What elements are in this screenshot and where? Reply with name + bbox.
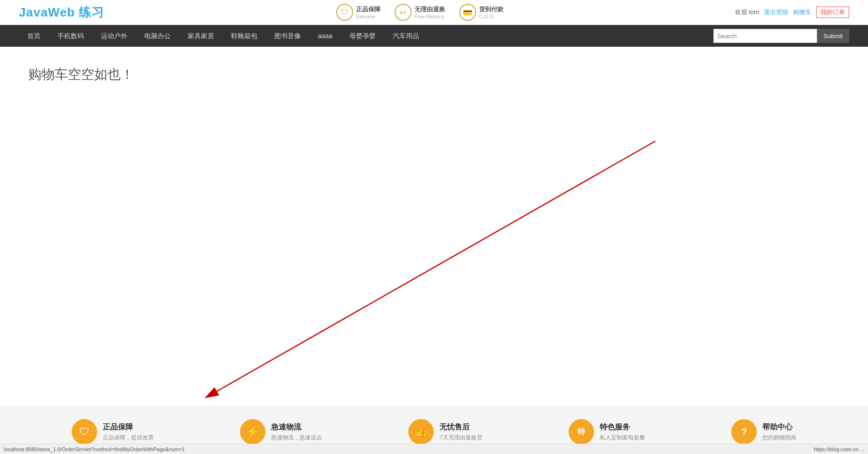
nav-furniture[interactable]: 家具家居: [179, 25, 223, 47]
feature-logistics: ⚡ 急速物流 急速物流，急速送达: [240, 419, 322, 445]
nav-books[interactable]: 图书音像: [266, 25, 309, 47]
logo[interactable]: JavaWeb 练习: [19, 4, 104, 21]
feature-aftersales-title: 无忧售后: [439, 422, 482, 432]
feature-genuine-icon: 🛡: [72, 419, 97, 445]
feature-special-desc: 私人定制家电套餐: [600, 434, 645, 442]
main-content: 购物车空空如也！: [0, 47, 868, 132]
nav-phones[interactable]: 手机数码: [49, 25, 92, 47]
logout-link[interactable]: 退出登陆: [764, 8, 788, 17]
nav-home[interactable]: 首页: [19, 25, 49, 47]
feature-genuine-desc: 正品保障，提供发票: [103, 434, 154, 442]
cart-empty-message: 购物车空空如也！: [28, 66, 840, 84]
feature-help-icon: ?: [731, 419, 757, 445]
badge-genuine-sub: Genuine: [356, 14, 380, 19]
header-top: JavaWeb 练习 🛡 正品保障 Genuine ↩ 无理由退换 Free R…: [0, 0, 868, 25]
nav-items: 首页 手机数码 运动户外 电脑办公 家具家居 鞋靴箱包 图书音像 aaaa 母婴…: [19, 25, 713, 47]
status-url: localhost:8080/store_1.0/OrderServlet?me…: [4, 446, 185, 452]
header-badges: 🛡 正品保障 Genuine ↩ 无理由退换 Free Returns 💳 货到…: [336, 4, 504, 21]
nav-computers[interactable]: 电脑办公: [136, 25, 179, 47]
nav-aaaa[interactable]: aaaa: [309, 25, 341, 47]
feature-special: 特 特色服务 私人定制家电套餐: [569, 419, 645, 445]
cart-link[interactable]: 购物车: [793, 8, 811, 17]
feature-aftersales: 👍 无忧售后 7天无理由退换货: [408, 419, 482, 445]
feature-logistics-icon: ⚡: [240, 419, 265, 445]
badge-returns-sub: Free Returns: [414, 14, 445, 19]
feature-special-icon: 特: [569, 419, 594, 445]
nav-shoes[interactable]: 鞋靴箱包: [223, 25, 266, 47]
my-orders-link[interactable]: 我的订单: [816, 7, 849, 18]
badge-genuine: 🛡 正品保障 Genuine: [336, 4, 380, 21]
status-right: https://blog.csdn.cn ...: [814, 446, 864, 452]
badge-cod-title: 货到付款: [479, 5, 504, 14]
welcome-text: 欢迎 tom: [735, 8, 759, 17]
feature-help-desc: 您的购物指南: [762, 434, 796, 442]
nav-baby[interactable]: 母婴孕婴: [341, 25, 384, 47]
nav-sports[interactable]: 运动户外: [92, 25, 136, 47]
header-user: 欢迎 tom 退出登陆 购物车 我的订单: [735, 7, 849, 18]
main-section: 购物车空空如也！: [0, 47, 868, 405]
badge-returns-title: 无理由退换: [414, 5, 445, 14]
feature-logistics-desc: 急速物流，急速送达: [271, 434, 322, 442]
feature-logistics-title: 急速物流: [271, 422, 322, 432]
badge-returns: ↩ 无理由退换 Free Returns: [395, 4, 445, 21]
svg-line-1: [217, 141, 655, 391]
feature-help: ? 帮助中心 您的购物指南: [731, 419, 796, 445]
red-arrow-svg: [0, 132, 868, 405]
badge-cod-sub: C.O.D: [479, 14, 504, 19]
feature-special-title: 特色服务: [600, 422, 645, 432]
feature-genuine-title: 正品保障: [103, 422, 154, 432]
annotation-wrapper: [0, 132, 868, 405]
feature-aftersales-desc: 7天无理由退换货: [439, 434, 482, 442]
feature-aftersales-icon: 👍: [408, 419, 434, 445]
returns-icon: ↩: [395, 4, 412, 21]
search-input[interactable]: [713, 29, 817, 43]
navbar: 首页 手机数码 运动户外 电脑办公 家具家居 鞋靴箱包 图书音像 aaaa 母婴…: [0, 25, 868, 47]
status-bar: localhost:8080/store_1.0/OrderServlet?me…: [0, 444, 868, 454]
cod-icon: 💳: [459, 4, 476, 21]
genuine-icon: 🛡: [336, 4, 353, 21]
nav-auto[interactable]: 汽车用品: [384, 25, 428, 47]
search-button[interactable]: Submit: [817, 29, 849, 43]
nav-search: Submit: [713, 29, 849, 43]
feature-genuine: 🛡 正品保障 正品保障，提供发票: [72, 419, 154, 445]
feature-help-title: 帮助中心: [762, 422, 796, 432]
badge-genuine-title: 正品保障: [356, 5, 380, 14]
badge-cod: 💳 货到付款 C.O.D: [459, 4, 504, 21]
